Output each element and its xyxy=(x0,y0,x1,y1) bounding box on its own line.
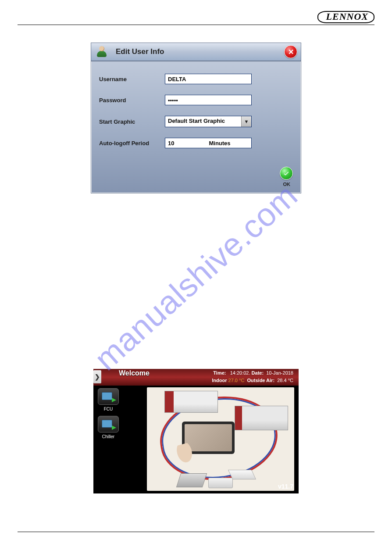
dialog-body: Username Password Start Graphic Default … xyxy=(91,61,301,167)
edit-user-dialog: Edit User Info ✕ Username Password Start… xyxy=(91,43,301,193)
indoor-value: 27.0 °C xyxy=(228,378,245,383)
dialog-footer: OK xyxy=(91,167,301,193)
chevron-right-icon: ❯ xyxy=(95,373,100,380)
indoor-label: Indoor xyxy=(212,378,227,383)
page-header: LENNOX xyxy=(18,9,374,25)
close-icon: ✕ xyxy=(288,48,294,56)
autologoff-input[interactable]: 10 Minutes xyxy=(165,138,252,148)
header-row-2: Indoor 27.0 °C Outside Air: 28.4 °C xyxy=(212,378,293,383)
version-label: v11.7 xyxy=(278,483,293,490)
ok-button[interactable] xyxy=(280,167,293,180)
autologoff-value: 10 xyxy=(165,140,188,147)
page-footer xyxy=(18,532,374,541)
diffuser-unit-icon xyxy=(176,473,207,487)
chevron-down-icon: ▼ xyxy=(241,116,251,127)
page-container: LENNOX Edit User Info ✕ Username Passwor… xyxy=(0,0,392,554)
date-value: 10-Jan-2018 xyxy=(266,370,293,375)
welcome-header: ❯ Welcome Time: 14:20:02. Date: 10-Jan-2… xyxy=(93,369,299,386)
user-icon xyxy=(96,46,108,57)
time-label: Time: xyxy=(213,370,226,375)
expand-sidebar-button[interactable]: ❯ xyxy=(93,370,101,383)
autologoff-unit: Minutes xyxy=(188,140,251,147)
hvac-unit-icon xyxy=(164,391,218,413)
time-value: 14:20:02. xyxy=(230,370,250,375)
username-row: Username xyxy=(99,74,293,84)
password-label: Password xyxy=(99,97,165,104)
outside-label: Outside Air: xyxy=(247,378,275,383)
fcu-nav-button[interactable] xyxy=(98,388,119,405)
date-label: Date: xyxy=(252,370,264,375)
start-graphic-row: Start Graphic Default Start Graphic ▼ xyxy=(99,116,293,127)
header-row-1: Time: 14:20:02. Date: 10-Jan-2018 xyxy=(213,370,293,375)
close-button[interactable]: ✕ xyxy=(284,45,297,58)
start-graphic-select[interactable]: Default Start Graphic ▼ xyxy=(165,116,252,127)
welcome-graphic xyxy=(147,387,294,491)
watermark: manualshive.com xyxy=(87,176,305,377)
username-input[interactable] xyxy=(165,74,252,84)
start-graphic-value: Default Start Graphic xyxy=(165,116,241,127)
wall-unit-icon xyxy=(208,478,233,488)
start-graphic-label: Start Graphic xyxy=(99,118,165,125)
welcome-title: Welcome xyxy=(119,369,150,377)
chiller-nav-button[interactable] xyxy=(98,416,119,432)
outside-value: 28.4 °C xyxy=(277,378,293,383)
welcome-screen: ❯ Welcome Time: 14:20:02. Date: 10-Jan-2… xyxy=(93,369,299,493)
dialog-title: Edit User Info xyxy=(116,47,164,56)
dialog-titlebar: Edit User Info ✕ xyxy=(91,43,301,61)
ok-label: OK xyxy=(283,182,291,187)
lennox-logo: LENNOX xyxy=(317,11,374,23)
fcu-nav-label: FCU xyxy=(96,407,121,411)
password-row: Password xyxy=(99,95,293,105)
chiller-nav-label: Chiller xyxy=(96,434,121,439)
check-icon xyxy=(283,170,290,177)
password-input[interactable] xyxy=(165,95,252,105)
autologoff-label: Auto-logoff Period xyxy=(99,140,165,147)
welcome-sidebar: FCU Chiller xyxy=(96,388,121,443)
ahu-unit-icon xyxy=(235,406,288,430)
autologoff-row: Auto-logoff Period 10 Minutes xyxy=(99,138,293,148)
username-label: Username xyxy=(99,76,165,82)
